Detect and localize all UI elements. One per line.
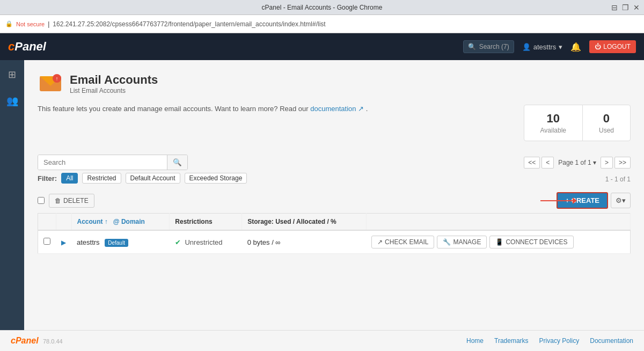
notifications-bell-icon[interactable]: 🔔 [570,42,581,52]
logo-text: cPanel [8,40,46,54]
row-checkbox[interactable] [43,238,50,245]
email-icon: ↑ [38,71,63,97]
logout-label: LOGOUT [603,43,631,50]
username-label: atesttrs [533,43,557,51]
page-dropdown-icon[interactable]: ▾ [593,159,596,166]
close-icon[interactable]: ✕ [633,3,640,12]
prev-page-button[interactable]: < [541,157,554,169]
table-header: Account ↑ @ Domain Restrictions Storage:… [38,214,631,231]
sort-account-link[interactable]: Account ↑ [77,218,108,225]
filter-all-button[interactable]: All [61,173,78,184]
manage-label: MANAGE [453,238,481,246]
check-icon: ✔ [175,238,181,246]
separator: | [48,20,49,28]
page-title: Email Accounts [70,73,158,87]
used-count: 0 [599,112,614,126]
search-input[interactable] [38,155,167,170]
col-expand [56,214,71,231]
search-button[interactable]: 🔍 [167,155,187,170]
arrow-indicator [540,198,577,204]
col-restrictions: Restrictions [170,214,242,231]
gear-icon: ⚙ [616,196,622,204]
footer-links: Home Trademarks Privacy Policy Documenta… [466,337,633,345]
description-area: This feature lets you create and manage … [38,105,524,121]
filter-default-account-button[interactable]: Default Account [126,173,180,184]
first-page-button[interactable]: << [524,157,540,169]
user-icon: 👤 [522,43,531,51]
delete-button[interactable]: 🗑 DELETE [49,194,94,208]
maximize-icon[interactable]: ❐ [622,3,629,12]
footer-documentation-link[interactable]: Documentation [590,337,633,345]
page-description: This feature lets you create and manage … [38,105,524,113]
table-body: ▶ atesttrs Default ✔ Unrestricted 0 byte… [38,230,631,254]
address-bar: 🔒 Not secure | 162.241.27.25:2082/cpsess… [0,15,644,33]
filter-label: Filter: [38,174,57,182]
last-page-button[interactable]: >> [614,157,631,169]
action-buttons: ↗ CHECK EMAIL 🔧 MANAGE 📱 CONNECT DEVICES [371,236,625,248]
browser-window-controls[interactable]: ⊟ ❐ ✕ [611,3,640,12]
pagination-controls: << < Page 1 of 1 ▾ > >> [524,157,631,169]
sidebar-item-users[interactable]: 👥 [3,92,21,110]
col-storage: Storage: Used / Allocated / % [242,214,366,231]
filter-exceeded-storage-button[interactable]: Exceeded Storage [185,173,247,184]
footer-privacy-link[interactable]: Privacy Policy [539,337,580,345]
wrench-icon: 🔧 [443,238,451,246]
nav-search-placeholder: Search (7) [479,43,509,50]
settings-button[interactable]: ⚙ ▾ [611,193,631,208]
search-icon: 🔍 [468,43,476,50]
browser-title: cPanel - Email Accounts - Google Chrome [262,4,383,11]
default-badge: Default [105,239,128,247]
row-restrictions-cell: ✔ Unrestricted [170,230,242,254]
restrictions-text: Unrestricted [185,238,222,246]
nav-search-box[interactable]: 🔍 Search (7) [463,40,514,53]
used-label: Used [599,127,614,134]
trash-icon: 🗑 [55,197,61,204]
manage-button[interactable]: 🔧 MANAGE [437,236,487,248]
filter-bar: Filter: All Restricted Default Account E… [38,173,247,184]
table-row: ▶ atesttrs Default ✔ Unrestricted 0 byte… [38,230,631,254]
row-storage-cell: 0 bytes / ∞ [242,230,366,254]
main-layout: ⊞ 👥 ↑ Email Accounts List Email Accounts [0,60,644,330]
chevron-down-icon: ▾ [559,43,562,51]
select-all-checkbox[interactable] [38,197,45,204]
available-count: 10 [540,112,566,126]
expand-row-button[interactable]: ▶ [61,239,66,246]
search-box[interactable]: 🔍 [38,155,188,170]
delete-label: DELETE [63,197,89,204]
table-toolbar-left: 🗑 DELETE [38,194,94,208]
user-menu[interactable]: 👤 atesttrs ▾ [522,43,563,51]
connect-devices-button[interactable]: 📱 CONNECT DEVICES [489,236,573,248]
page-subtitle: List Email Accounts [70,87,158,94]
documentation-link[interactable]: documentation ↗ [310,105,366,113]
connect-devices-label: CONNECT DEVICES [506,238,567,246]
browser-titlebar: cPanel - Email Accounts - Google Chrome … [0,0,644,15]
sidebar-item-home[interactable]: ⊞ [5,65,19,84]
available-label: Available [540,127,566,134]
sidebar: ⊞ 👥 [0,60,24,330]
url-bar[interactable]: 162.241.27.25:2082/cpsess6647763772/fron… [53,20,325,28]
sort-domain-link[interactable]: @ Domain [113,218,145,225]
filter-restricted-button[interactable]: Restricted [82,173,121,184]
row-account-cell: atesttrs Default [71,230,170,254]
power-icon: ⏻ [595,43,601,50]
logout-button[interactable]: ⏻ LOGOUT [589,40,636,53]
arrow-line [540,200,573,201]
check-email-button[interactable]: ↗ CHECK EMAIL [371,236,434,248]
svg-text:↑: ↑ [56,76,58,82]
row-actions-cell: ↗ CHECK EMAIL 🔧 MANAGE 📱 CONNECT DEVICES [366,230,630,254]
arrow-head [573,198,577,204]
footer-trademarks-link[interactable]: Trademarks [494,337,529,345]
footer-home-link[interactable]: Home [466,337,484,345]
page-info: Page 1 of 1 ▾ [558,159,596,166]
footer-version: 78.0.44 [43,338,63,345]
page-header: ↑ Email Accounts List Email Accounts [38,71,631,97]
table-toolbar: 🗑 DELETE + CREATE ⚙ ▾ [38,192,631,209]
minimize-icon[interactable]: ⊟ [611,3,618,12]
col-account: Account ↑ @ Domain [71,214,170,231]
pagination-range: 1 - 1 of 1 [605,176,631,183]
page-title-block: Email Accounts List Email Accounts [70,73,158,94]
next-page-button[interactable]: > [601,157,613,169]
storage-value: 0 bytes / ∞ [247,238,281,246]
accounts-table: Account ↑ @ Domain Restrictions Storage:… [38,213,631,254]
row-checkbox-cell [38,230,56,254]
